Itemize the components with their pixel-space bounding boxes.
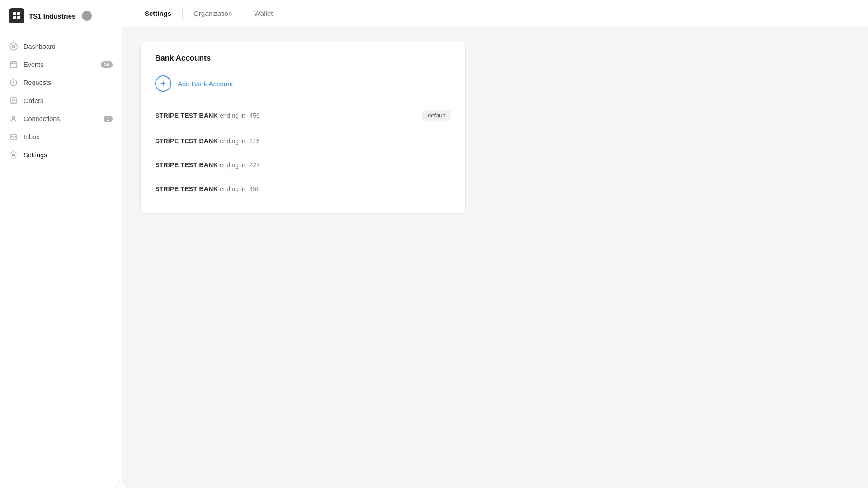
events-icon [9, 60, 18, 69]
bank-name-3: STRIPE TEST BANK [155, 161, 218, 169]
orders-icon [9, 96, 18, 105]
sidebar-item-requests[interactable]: Requests [0, 74, 122, 92]
requests-icon [9, 78, 18, 87]
tab-settings[interactable]: Settings [136, 1, 180, 26]
bank-account-row-2[interactable]: STRIPE TEST BANK ending in -116 [155, 129, 451, 153]
sidebar-item-dashboard[interactable]: Dashboard [0, 38, 122, 56]
connections-icon [9, 114, 18, 123]
bank-name-4: STRIPE TEST BANK [155, 185, 218, 192]
bank-suffix-1: ending in -456 [220, 112, 260, 119]
bank-default-badge-1: default [422, 110, 451, 121]
inbox-label: Inbox [24, 133, 113, 141]
bank-suffix-3: ending in -227 [220, 161, 260, 169]
header-divider-1 [182, 8, 183, 19]
tab-wallet[interactable]: Wallet [245, 1, 282, 26]
sidebar-nav: Dashboard Events 24 [0, 32, 122, 488]
svg-point-17 [12, 116, 15, 119]
bank-suffix-4: ending in -456 [220, 185, 260, 192]
sidebar-logo[interactable]: TS1 Industries [0, 0, 122, 32]
org-logo-icon [9, 8, 24, 23]
svg-point-19 [13, 154, 15, 156]
dashboard-icon [9, 42, 18, 51]
dashboard-label: Dashboard [24, 43, 113, 50]
sidebar-item-inbox[interactable]: Inbox [0, 128, 122, 146]
bank-suffix-2: ending in -116 [220, 137, 260, 145]
svg-point-12 [13, 84, 14, 85]
svg-rect-6 [10, 62, 17, 68]
svg-point-5 [12, 45, 15, 48]
svg-point-4 [10, 43, 17, 50]
sidebar-item-orders[interactable]: Orders [0, 92, 122, 110]
tab-organization[interactable]: Organization [184, 1, 241, 26]
events-badge: 24 [101, 61, 113, 68]
add-bank-label: Add Bank Account [178, 80, 233, 88]
svg-rect-0 [13, 12, 16, 15]
org-status-badge [82, 11, 92, 21]
bank-accounts-card: Bank Accounts + Add Bank Account STRIPE … [140, 41, 466, 214]
connections-label: Connections [24, 115, 98, 122]
sidebar: TS1 Industries Dashboard Even [0, 0, 122, 488]
events-label: Events [24, 61, 95, 68]
sidebar-item-events[interactable]: Events 24 [0, 56, 122, 74]
bank-accounts-title: Bank Accounts [155, 54, 451, 63]
bank-account-row-4[interactable]: STRIPE TEST BANK ending in -456 [155, 177, 451, 201]
main-content: Settings Organization Wallet Bank Accoun… [122, 0, 868, 488]
org-name: TS1 Industries [29, 12, 75, 20]
svg-rect-1 [17, 12, 20, 15]
add-bank-account-row[interactable]: + Add Bank Account [155, 72, 451, 100]
connections-badge: 1 [104, 116, 113, 122]
svg-rect-2 [13, 16, 16, 19]
svg-rect-3 [17, 16, 20, 19]
settings-label: Settings [24, 151, 113, 159]
orders-label: Orders [24, 97, 113, 104]
settings-icon [9, 150, 18, 160]
bank-name-2: STRIPE TEST BANK [155, 137, 218, 145]
content-area: Bank Accounts + Add Bank Account STRIPE … [122, 27, 868, 488]
add-bank-icon: + [155, 75, 171, 92]
sidebar-item-connections[interactable]: Connections 1 [0, 110, 122, 128]
header-divider-2 [243, 8, 243, 19]
requests-label: Requests [24, 79, 113, 86]
page-header: Settings Organization Wallet [122, 0, 868, 27]
bank-name-1: STRIPE TEST BANK [155, 112, 218, 119]
sidebar-item-settings[interactable]: Settings [0, 146, 122, 164]
bank-account-row-1[interactable]: STRIPE TEST BANK ending in -456 default [155, 102, 451, 129]
bank-account-row-3[interactable]: STRIPE TEST BANK ending in -227 [155, 153, 451, 177]
inbox-icon [9, 132, 18, 141]
